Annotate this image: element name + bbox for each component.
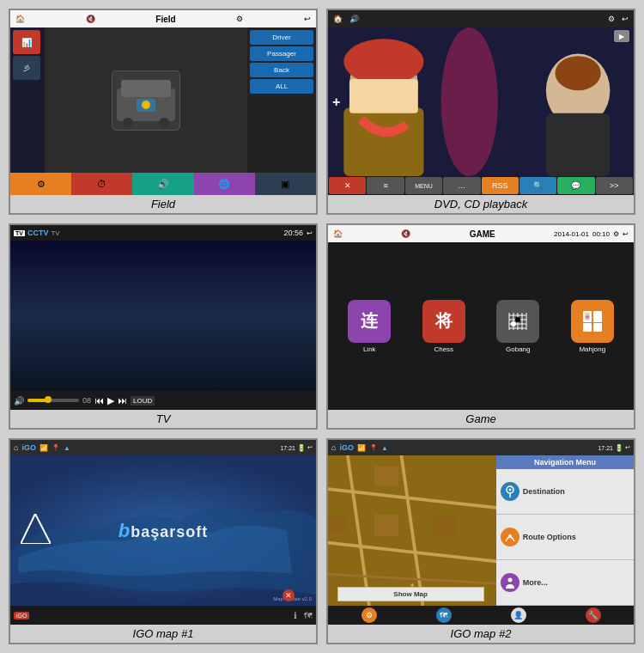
tv-screen: TV CCTV TV 20:56 ↩ (10, 225, 316, 410)
game-tile-mahjong[interactable]: 🀄 Mahjong (558, 300, 628, 353)
sound-icon[interactable]: 🔊 (349, 15, 359, 23)
plus-icon[interactable]: + (332, 95, 340, 110)
svg-rect-53 (434, 515, 455, 536)
igo1-bottom: iGO ℹ 🗺 (10, 606, 316, 625)
svg-rect-38 (583, 323, 592, 332)
dvd-btn-search[interactable]: 🔍 (519, 177, 556, 194)
gear-icon[interactable]: ⚙ (608, 15, 615, 23)
back-icon[interactable]: ↩ (622, 15, 629, 23)
driver-button[interactable]: Driver (250, 30, 313, 45)
cell-game: 🏠 🔇 GAME 2014-01-01 00:10 ⚙ ↩ 连 Link (326, 223, 635, 430)
destination-row[interactable]: Destination (496, 469, 634, 515)
symbol-icon-btn[interactable]: 彡 (13, 56, 40, 80)
volume-icon[interactable]: 🔊 (14, 396, 24, 406)
field-title: Field (155, 15, 175, 24)
igo2-wrench-btn[interactable]: 🔧 (586, 607, 601, 623)
tv-label: TV (10, 410, 316, 428)
timer-btn[interactable]: ⏱ (71, 173, 132, 195)
prev-icon[interactable]: ⏮ (94, 395, 104, 406)
nav-menu-title: Navigation Menu (496, 455, 634, 469)
svg-point-14 (440, 27, 498, 176)
dvd-label: DVD, CD playback (328, 195, 634, 213)
back-icon[interactable]: ↩ (304, 15, 311, 23)
home-icon[interactable]: ⌂ (14, 443, 18, 452)
wifi-icon: ▲ (64, 444, 70, 452)
back-icon[interactable]: ↩ (307, 444, 313, 451)
igo2-settings-btn[interactable]: ⚙ (361, 607, 377, 623)
info-icon[interactable]: ℹ (294, 611, 297, 620)
igo-badge: iGO (14, 612, 29, 619)
dvd-btn-rss[interactable]: RSS (482, 177, 519, 194)
dvd-image: + (328, 27, 634, 176)
igo1-time: 17:21 (280, 445, 295, 451)
field-bottom-bar: ⚙ ⏱ 🔊 🌐 ▣ (10, 173, 316, 195)
globe-btn[interactable]: 🌐 (194, 173, 255, 195)
more-row[interactable]: More... (496, 560, 634, 606)
dvd-bottom-bar: ✕ ≡ MENU … RSS 🔍 💬 >> (328, 176, 634, 195)
show-map-button[interactable]: Show Map (337, 587, 484, 601)
dvd-topbar-icons: 🏠 🔊 (333, 15, 359, 23)
igo1-topbar: ⌂ iGO 📶 📍 ▲ 17:21 🔋 ↩ (10, 440, 316, 455)
close-btn[interactable]: ✕ (283, 589, 295, 601)
map-icon[interactable]: 🗺 (304, 611, 313, 620)
tv-progress-dot (45, 396, 52, 403)
igo1-topbar-right: 17:21 🔋 ↩ (280, 444, 313, 452)
dvd-btn-forward[interactable]: >> (596, 177, 633, 194)
sound-btn[interactable]: 🔊 (132, 173, 193, 195)
svg-point-56 (508, 489, 511, 491)
gobang-icon (496, 300, 539, 343)
back-icon2[interactable]: ↩ (625, 444, 630, 451)
tv-progress-bar[interactable] (27, 399, 79, 402)
game-tile-gobang[interactable]: Gobang (483, 300, 553, 353)
all-button[interactable]: ALL (250, 79, 313, 94)
game-tile-link[interactable]: 连 Link (335, 300, 404, 353)
dvd-btn-dots[interactable]: … (443, 177, 480, 194)
gear-icon[interactable]: ⚙ (236, 15, 243, 23)
play-icon[interactable]: ▶ (107, 395, 114, 406)
svg-point-34 (515, 317, 520, 322)
tv-content (10, 241, 316, 391)
svg-marker-42 (21, 514, 51, 544)
home-icon[interactable]: 🏠 (333, 229, 343, 238)
svg-point-8 (343, 39, 423, 84)
igo2-map: ↑ Navigation Menu Destination (328, 455, 634, 606)
igo1-screen: ⌂ iGO 📶 📍 ▲ 17:21 🔋 ↩ (10, 440, 316, 625)
svg-rect-50 (374, 515, 398, 536)
game-time: 00:10 (592, 230, 610, 238)
igo2-topbar-right: 17:21 🔋 ↩ (598, 444, 630, 452)
igo2-user-btn[interactable]: 👤 (511, 607, 526, 623)
dvd-btn-menu[interactable]: MENU (405, 177, 442, 194)
mute-icon[interactable]: 🔇 (86, 15, 95, 23)
field-screen: 🏠 🔇 Field ⚙ ↩ 📊 彡 (10, 10, 316, 195)
home-icon[interactable]: 🏠 (15, 15, 25, 23)
tv-back-icon[interactable]: ↩ (307, 229, 313, 237)
gps-icon: 📍 (52, 444, 60, 452)
game-date: 2014-01-01 (554, 230, 589, 238)
home-icon[interactable]: 🏠 (333, 15, 343, 23)
igo2-navigation-menu: Navigation Menu Destination (496, 455, 634, 606)
dvd-topbar-right-icons: ⚙ ↩ (608, 15, 629, 23)
chess-icon: 将 (422, 300, 465, 343)
dvd-btn-chat[interactable]: 💬 (557, 177, 594, 194)
back-icon[interactable]: ↩ (623, 230, 629, 238)
gear-icon[interactable]: ⚙ (613, 230, 619, 238)
chart-icon-btn[interactable]: 📊 (13, 30, 40, 54)
dvd-topbar: 🏠 🔊 ⚙ ↩ (328, 10, 634, 27)
igo1-bottom-icons: ℹ 🗺 (294, 611, 313, 620)
sound-icon[interactable]: 🔇 (401, 229, 410, 238)
home-icon[interactable]: ⌂ (331, 443, 336, 452)
igo2-map-btn[interactable]: 🗺 (436, 607, 452, 623)
settings-btn[interactable]: ⚙ (10, 173, 71, 195)
svg-point-35 (511, 321, 516, 326)
game-tile-chess[interactable]: 将 Chess (410, 300, 479, 353)
screen-btn[interactable]: ▣ (255, 173, 316, 195)
route-options-row[interactable]: Route Options (496, 515, 634, 560)
next-icon[interactable]: ⏭ (118, 395, 127, 406)
igo2-screen: ⌂ iGO 📶 📍 ▲ 17:21 🔋 ↩ (328, 440, 634, 625)
passenger-button[interactable]: Passager (250, 46, 313, 61)
back-button[interactable]: Back (250, 63, 313, 77)
igo2-topbar: ⌂ iGO 📶 📍 ▲ 17:21 🔋 ↩ (328, 440, 634, 455)
dvd-btn-x[interactable]: ✕ (329, 177, 366, 194)
svg-point-58 (507, 578, 512, 583)
dvd-btn-list[interactable]: ≡ (367, 177, 404, 194)
